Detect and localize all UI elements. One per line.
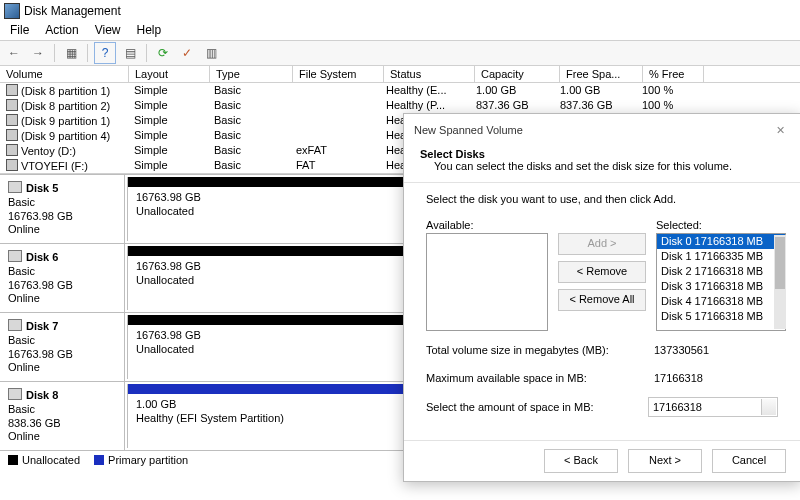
list-item[interactable]: Disk 2 17166318 MB — [657, 264, 785, 279]
col-filesystem[interactable]: File System — [293, 66, 384, 82]
volume-icon — [6, 114, 18, 126]
legend-unallocated: Unallocated — [8, 454, 80, 466]
list-item[interactable]: Disk 3 17166318 MB — [657, 279, 785, 294]
disk-header[interactable]: Disk 5Basic16763.98 GBOnline — [0, 175, 125, 243]
volume-icon — [6, 99, 18, 111]
selected-scrollbar[interactable] — [774, 235, 786, 329]
legend-primary: Primary partition — [94, 454, 188, 466]
window-title: Disk Management — [24, 4, 121, 18]
dialog-title: New Spanned Volume — [414, 124, 523, 136]
grid-icon[interactable]: ▥ — [201, 43, 221, 63]
available-label: Available: — [426, 219, 548, 231]
cancel-button[interactable]: Cancel — [712, 449, 786, 473]
list-item[interactable]: Disk 4 17166318 MB — [657, 294, 785, 309]
disk-icon — [8, 181, 22, 193]
disk-header[interactable]: Disk 6Basic16763.98 GBOnline — [0, 244, 125, 312]
remove-all-button[interactable]: < Remove All — [558, 289, 646, 311]
show-hide-icon[interactable]: ▦ — [61, 43, 81, 63]
volume-list-header: Volume Layout Type File System Status Ca… — [0, 66, 800, 83]
menu-file[interactable]: File — [4, 22, 35, 40]
col-status[interactable]: Status — [384, 66, 475, 82]
amount-label: Select the amount of space in MB: — [426, 401, 594, 413]
dialog-subheading: You can select the disks and set the dis… — [420, 160, 732, 172]
menu-help[interactable]: Help — [131, 22, 168, 40]
help-icon[interactable]: ? — [94, 42, 116, 64]
new-spanned-volume-dialog: New Spanned Volume ✕ Select Disks You ca… — [403, 113, 800, 482]
selected-disks-list[interactable]: Disk 0 17166318 MBDisk 1 17166335 MBDisk… — [656, 233, 786, 331]
refresh-icon[interactable]: ⟳ — [153, 43, 173, 63]
list-item[interactable]: Disk 5 17166318 MB — [657, 309, 785, 324]
menu-bar: File Action View Help — [0, 22, 800, 40]
close-icon[interactable]: ✕ — [770, 120, 790, 140]
back-icon[interactable]: ← — [4, 43, 24, 63]
col-capacity[interactable]: Capacity — [475, 66, 560, 82]
total-size-value: 137330561 — [650, 341, 778, 359]
disk-icon — [8, 319, 22, 331]
toolbar-separator — [146, 44, 147, 62]
volume-icon — [6, 144, 18, 156]
next-button[interactable]: Next > — [628, 449, 702, 473]
max-space-label: Maximum available space in MB: — [426, 372, 587, 384]
app-icon — [4, 3, 20, 19]
col-layout[interactable]: Layout — [129, 66, 210, 82]
list-item[interactable]: Disk 0 17166318 MB — [657, 234, 785, 249]
selected-label: Selected: — [656, 219, 786, 231]
table-row[interactable]: (Disk 8 partition 1)SimpleBasicHealthy (… — [0, 83, 800, 98]
col-type[interactable]: Type — [210, 66, 293, 82]
forward-icon[interactable]: → — [28, 43, 48, 63]
col-pctfree[interactable]: % Free — [643, 66, 704, 82]
toolbar-separator — [54, 44, 55, 62]
dialog-heading: Select Disks — [420, 148, 485, 160]
volume-icon — [6, 84, 18, 96]
volume-icon — [6, 159, 18, 171]
disk-icon — [8, 250, 22, 262]
menu-action[interactable]: Action — [39, 22, 84, 40]
add-button[interactable]: Add > — [558, 233, 646, 255]
table-row[interactable]: (Disk 8 partition 2)SimpleBasicHealthy (… — [0, 98, 800, 113]
check-icon[interactable]: ✓ — [177, 43, 197, 63]
toolbar-separator — [87, 44, 88, 62]
total-size-label: Total volume size in megabytes (MB): — [426, 344, 609, 356]
volume-icon — [6, 129, 18, 141]
menu-view[interactable]: View — [89, 22, 127, 40]
col-free[interactable]: Free Spa... — [560, 66, 643, 82]
disk-header[interactable]: Disk 8Basic838.36 GBOnline — [0, 382, 125, 450]
window-titlebar: Disk Management — [0, 0, 800, 22]
disk-header[interactable]: Disk 7Basic16763.98 GBOnline — [0, 313, 125, 381]
disk-icon — [8, 388, 22, 400]
properties-icon[interactable]: ▤ — [120, 43, 140, 63]
col-volume[interactable]: Volume — [0, 66, 129, 82]
available-disks-list[interactable] — [426, 233, 548, 331]
max-space-value: 17166318 — [650, 369, 778, 387]
amount-input[interactable]: 17166318 — [648, 397, 778, 417]
back-button[interactable]: < Back — [544, 449, 618, 473]
list-item[interactable]: Disk 1 17166335 MB — [657, 249, 785, 264]
dialog-instruction: Select the disk you want to use, and the… — [426, 193, 778, 205]
toolbar: ← → ▦ ? ▤ ⟳ ✓ ▥ — [0, 40, 800, 66]
remove-button[interactable]: < Remove — [558, 261, 646, 283]
